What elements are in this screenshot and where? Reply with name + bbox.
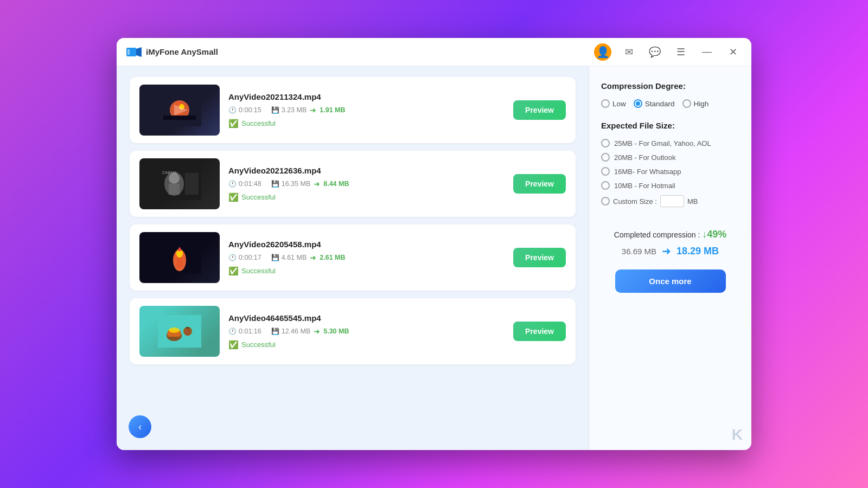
svg-rect-2 [127,49,130,55]
check-icon: ✅ [228,192,239,202]
menu-icon[interactable]: ☰ [672,43,690,61]
video-card: AnyVideo20211324.mp4 🕐 0:00:15 💾 3.23 MB… [130,77,576,143]
svg-text:CINEMA: CINEMA [162,171,177,175]
file-icon: 💾 [271,328,279,335]
svg-marker-1 [136,47,142,57]
radio-standard[interactable]: Standard [634,99,675,108]
svg-point-23 [169,328,180,333]
size-arrow-icon: ➜ [662,245,671,258]
video-info: AnyVideo46465545.mp4 🕐 0:01:16 💾 12.46 M… [228,313,505,350]
main-content: AnyVideo20211324.mp4 🕐 0:00:15 💾 3.23 MB… [117,66,751,450]
video-meta: 🕐 0:01:16 💾 12.46 MB ➜ 5.30 MB [228,327,505,336]
status-badge: ✅ Successful [228,192,505,202]
video-meta: 🕐 0:00:17 💾 4.61 MB ➜ 2.61 MB [228,253,505,262]
file-size-options: 25MB - For Gmail, Yahoo, AOL 20MB - For … [601,139,739,207]
compression-percent: ↓49% [702,229,726,240]
size-option-20mb[interactable]: 20MB - For Outlook [601,153,739,162]
preview-button[interactable]: Preview [513,100,566,120]
file-icon: 💾 [271,254,279,261]
file-icon: 💾 [271,180,279,188]
clock-icon: 🕐 [228,106,237,114]
arrow-icon: ➜ [310,106,316,114]
compression-radio-group: Low Standard High [601,99,739,108]
video-card: AnyVideo46465545.mp4 🕐 0:01:16 💾 12.46 M… [130,298,576,364]
clock-icon: 🕐 [228,180,237,188]
radio-circle-20mb [601,153,610,162]
app-title: iMyFone AnySmall [146,47,218,56]
radio-high[interactable]: High [682,99,709,108]
arrow-icon: ➜ [310,253,316,262]
video-name: AnyVideo20211324.mp4 [228,92,505,101]
completed-label: Completed compression : ↓49% [601,229,739,240]
app-logo: iMyFone AnySmall [126,46,218,58]
status-badge: ✅ Successful [228,119,505,129]
compression-sizes: 36.69 MB ➜ 18.29 MB [601,245,739,258]
mail-icon[interactable]: ✉ [620,43,637,61]
video-meta: 🕐 0:01:48 💾 16.35 MB ➜ 8.44 MB [228,179,505,188]
video-name: AnyVideo26205458.mp4 [228,240,505,249]
minimize-button[interactable]: — [698,43,716,61]
svg-rect-13 [185,173,199,195]
video-info: AnyVideo20212636.mp4 🕐 0:01:48 💾 16.35 M… [228,166,505,202]
video-thumbnail [139,85,220,136]
close-button[interactable]: ✕ [724,43,742,61]
preview-button[interactable]: Preview [513,322,566,341]
compressed-size: 18.29 MB [676,246,719,257]
preview-button[interactable]: Preview [513,174,566,194]
svg-rect-12 [169,184,180,195]
titlebar-actions: 👤 ✉ 💬 ☰ — ✕ [594,43,742,61]
size-option-25mb[interactable]: 25MB - For Gmail, Yahoo, AOL [601,139,739,147]
once-more-button[interactable]: Once more [615,269,726,293]
radio-circle-high [682,99,691,108]
preview-button[interactable]: Preview [513,248,566,267]
radio-circle-16mb [601,167,610,176]
custom-size-input[interactable] [660,195,684,207]
titlebar: iMyFone AnySmall 👤 ✉ 💬 ☰ — ✕ [117,38,751,66]
radio-circle-25mb [601,139,610,147]
original-size: 36.69 MB [622,247,656,256]
status-badge: ✅ Successful [228,266,505,276]
size-option-10mb[interactable]: 10MB - For Hotmail [601,181,739,190]
video-thumbnail [139,232,220,283]
radio-circle-10mb [601,181,610,190]
compression-stats: Completed compression : ↓49% 36.69 MB ➜ … [601,229,739,293]
app-window: iMyFone AnySmall 👤 ✉ 💬 ☰ — ✕ [117,38,751,450]
size-option-custom[interactable]: Custom Size : MB [601,195,739,207]
video-name: AnyVideo46465545.mp4 [228,313,505,323]
k-logo: K [732,426,743,444]
avatar-icon[interactable]: 👤 [594,43,611,61]
clock-icon: 🕐 [228,254,237,261]
check-icon: ✅ [228,119,239,129]
size-option-16mb[interactable]: 16MB- For Whatsapp [601,167,739,176]
svg-rect-7 [163,115,196,120]
arrow-icon: ➜ [314,327,320,336]
svg-rect-18 [176,258,183,267]
radio-circle-custom [601,197,610,206]
video-name: AnyVideo20212636.mp4 [228,166,505,175]
radio-circle-low [601,99,610,108]
clock-icon: 🕐 [228,328,237,335]
right-panel: Compression Degree: Low Standard High Ex… [589,66,751,450]
compression-degree-title: Compression Degree: [601,81,739,91]
video-thumbnail: CINEMA [139,158,220,209]
video-meta: 🕐 0:00:15 💾 3.23 MB ➜ 1.91 MB [228,106,505,114]
video-thumbnail [139,306,220,357]
check-icon: ✅ [228,340,239,350]
radio-circle-standard [634,99,642,108]
back-button[interactable]: ‹ [129,415,151,438]
left-panel: AnyVideo20211324.mp4 🕐 0:00:15 💾 3.23 MB… [117,66,589,450]
check-icon: ✅ [228,266,239,276]
expected-size-title: Expected File Size: [601,121,739,130]
radio-low[interactable]: Low [601,99,626,108]
status-badge: ✅ Successful [228,340,505,350]
file-icon: 💾 [271,106,279,114]
arrow-icon: ➜ [314,179,320,188]
svg-point-11 [169,173,180,184]
svg-rect-26 [186,327,189,329]
logo-icon [126,46,142,58]
video-card: AnyVideo26205458.mp4 🕐 0:00:17 💾 4.61 MB… [130,224,576,291]
video-info: AnyVideo20211324.mp4 🕐 0:00:15 💾 3.23 MB… [228,92,505,129]
chat-icon[interactable]: 💬 [646,43,663,61]
video-card: CINEMA AnyVideo20212636.mp4 🕐 0:01:48 [130,151,576,217]
video-list: AnyVideo20211324.mp4 🕐 0:00:15 💾 3.23 MB… [130,77,576,364]
